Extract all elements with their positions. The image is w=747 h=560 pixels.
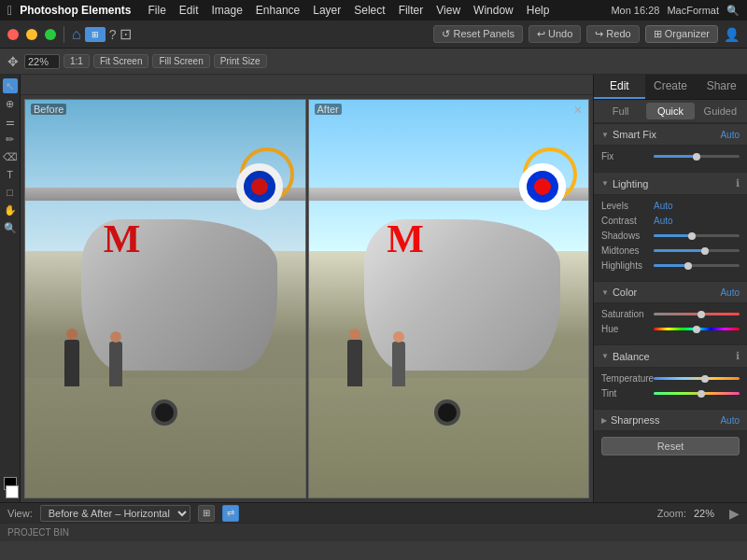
tab-share[interactable]: Share	[696, 75, 747, 99]
home-icon[interactable]: ⌂	[72, 26, 81, 43]
sub-tabs: Full Quick Guided	[594, 100, 747, 123]
search-icon[interactable]: 🔍	[726, 5, 740, 17]
maximize-button[interactable]	[45, 29, 56, 40]
zoom-input[interactable]	[24, 54, 60, 69]
menu-layer[interactable]: Layer	[307, 2, 346, 19]
hue-track[interactable]	[654, 328, 740, 330]
subtab-quick[interactable]: Quick	[646, 103, 694, 119]
swap-icon[interactable]: ⇄	[222, 505, 239, 522]
apple-menu[interactable]: 	[7, 3, 12, 18]
saturation-thumb[interactable]	[698, 311, 705, 318]
menu-view[interactable]: View	[430, 2, 466, 19]
menu-select[interactable]: Select	[348, 2, 390, 19]
redo-button[interactable]: ↪ Redo	[586, 25, 639, 43]
person-icon[interactable]: 👤	[724, 27, 740, 42]
background-color[interactable]	[6, 485, 19, 498]
eyedropper-tool[interactable]: ⚌	[3, 114, 18, 129]
view-select[interactable]: Before & After – Horizontal Before Only …	[40, 505, 190, 522]
menu-enhance[interactable]: Enhance	[250, 2, 305, 19]
type-tool[interactable]: T	[3, 167, 18, 182]
subtab-guided[interactable]: Guided	[697, 103, 744, 119]
reset-panels-button[interactable]: ↺ Reset Panels	[433, 25, 522, 43]
balance-header[interactable]: ▼ Balance ℹ	[594, 344, 747, 368]
hue-label: Hue	[601, 324, 650, 334]
shadows-thumb[interactable]	[688, 232, 696, 240]
brush-tool[interactable]: ✏	[3, 132, 18, 147]
highlights-thumb[interactable]	[684, 262, 692, 270]
format: MacFormat	[667, 5, 719, 16]
subtab-full[interactable]: Full	[597, 103, 644, 119]
close-button[interactable]	[7, 29, 19, 40]
smart-fix-auto[interactable]: Auto	[720, 130, 740, 140]
lighting-info-icon: ℹ	[736, 177, 740, 189]
minimize-button[interactable]	[26, 29, 37, 40]
fit-screen-button[interactable]: Fit Screen	[93, 54, 149, 68]
midtones-track[interactable]	[654, 249, 740, 252]
print-size-button[interactable]: Print Size	[214, 54, 267, 68]
app-name: Photoshop Elements	[20, 4, 131, 17]
temperature-thumb[interactable]	[701, 375, 709, 383]
organizer-button[interactable]: ⊞ Organizer	[645, 25, 718, 43]
levels-auto[interactable]: Auto	[654, 201, 673, 211]
sharpness-header[interactable]: ▶ Sharpness Auto	[594, 409, 747, 431]
zoom-tool[interactable]: 🔍	[3, 220, 18, 235]
crop-tool[interactable]: ⊕	[3, 96, 18, 111]
menu-bar:  Photoshop Elements File Edit Image Enh…	[0, 0, 747, 21]
fill-screen-button[interactable]: Fill Screen	[152, 54, 209, 68]
tint-track[interactable]	[654, 392, 740, 395]
sharpness-auto[interactable]: Auto	[720, 415, 740, 426]
menu-file[interactable]: File	[142, 2, 171, 19]
move-icon[interactable]: ✥	[7, 54, 19, 69]
midtones-fill	[654, 249, 705, 252]
help-icon[interactable]: ?	[109, 27, 117, 42]
undo-button[interactable]: ↩ Undo	[529, 25, 581, 43]
images-container: Before M	[21, 95, 593, 502]
contrast-auto[interactable]: Auto	[654, 216, 673, 226]
smart-fix-content: Fix	[594, 146, 747, 172]
color-auto[interactable]: Auto	[720, 287, 740, 298]
menu-edit[interactable]: Edit	[174, 2, 204, 19]
zoom-value: 22%	[694, 508, 714, 519]
smart-fix-title: ▼ Smart Fix	[601, 129, 656, 140]
tint-thumb[interactable]	[698, 390, 705, 398]
after-label: After	[315, 104, 342, 115]
menu-image[interactable]: Image	[206, 2, 248, 19]
smart-fix-header[interactable]: ▼ Smart Fix Auto	[594, 123, 747, 146]
fix-slider-thumb[interactable]	[693, 153, 700, 161]
hand-tool[interactable]: ✋	[3, 203, 18, 217]
shape-tool[interactable]: □	[3, 185, 18, 200]
shadows-track[interactable]	[654, 234, 740, 237]
hue-thumb[interactable]	[693, 326, 700, 333]
color-header[interactable]: ▼ Color Auto	[594, 281, 747, 303]
panels-header	[21, 75, 593, 95]
menu-help[interactable]: Help	[521, 2, 556, 19]
menu-window[interactable]: Window	[468, 2, 519, 19]
tab-edit[interactable]: Edit	[594, 75, 645, 99]
temperature-track[interactable]	[654, 377, 740, 380]
fix-slider-track[interactable]	[654, 155, 740, 158]
bottom-collapse-icon[interactable]: ▶	[729, 506, 740, 521]
edit-tabs: Edit Create Share	[594, 75, 747, 100]
menu-filter[interactable]: Filter	[393, 2, 430, 19]
grid-icon[interactable]: ⊞	[85, 27, 106, 42]
saturation-track[interactable]	[654, 313, 740, 315]
after-photo: M	[309, 100, 589, 497]
bottom-bar: View: Before & After – Horizontal Before…	[0, 502, 747, 523]
levels-row: Levels Auto	[601, 201, 740, 211]
compare-icon[interactable]: ⊞	[198, 505, 215, 522]
eraser-tool[interactable]: ⌫	[3, 149, 18, 164]
highlights-track[interactable]	[654, 264, 740, 267]
ratio-button[interactable]: 1:1	[63, 54, 90, 68]
layout-icon[interactable]: ⊡	[120, 25, 132, 43]
pointer-tool[interactable]: ↖	[3, 78, 18, 93]
roundel-before	[236, 163, 283, 210]
main-toolbar: ⌂ ⊞ ? ⊡ ↺ Reset Panels ↩ Undo ↪ Redo ⊞ O…	[0, 21, 747, 49]
midtones-thumb[interactable]	[701, 247, 709, 255]
color-section: ▼ Color Auto Saturation Hue	[594, 281, 747, 344]
figure-body-after	[347, 340, 362, 386]
tab-create[interactable]: Create	[645, 75, 697, 99]
levels-label: Levels	[601, 201, 650, 211]
lighting-header[interactable]: ▼ Lighting ℹ	[594, 172, 747, 195]
after-close-button[interactable]: ✕	[573, 104, 583, 117]
reset-button[interactable]: Reset	[601, 437, 740, 455]
